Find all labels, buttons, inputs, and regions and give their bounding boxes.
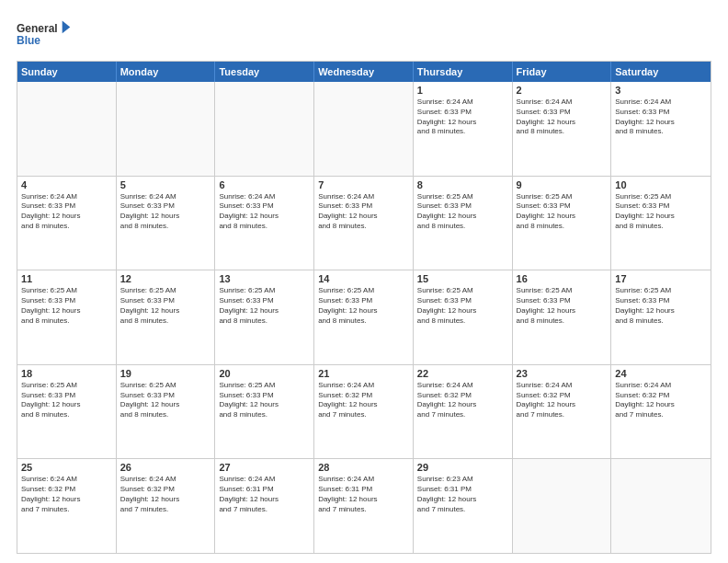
calendar-empty-cell bbox=[215, 82, 314, 176]
calendar-week-5: 25Sunrise: 6:24 AM Sunset: 6:32 PM Dayli… bbox=[17, 459, 711, 553]
calendar-day-7: 7Sunrise: 6:24 AM Sunset: 6:33 PM Daylig… bbox=[314, 177, 414, 270]
calendar-day-25: 25Sunrise: 6:24 AM Sunset: 6:32 PM Dayli… bbox=[17, 459, 117, 553]
day-number: 7 bbox=[318, 179, 409, 190]
day-number: 9 bbox=[517, 179, 608, 190]
calendar-day-4: 4Sunrise: 6:24 AM Sunset: 6:33 PM Daylig… bbox=[17, 177, 117, 270]
day-number: 4 bbox=[21, 179, 112, 190]
svg-text:Blue: Blue bbox=[17, 34, 40, 47]
calendar-day-29: 29Sunrise: 6:23 AM Sunset: 6:31 PM Dayli… bbox=[414, 459, 513, 553]
day-number: 19 bbox=[120, 368, 211, 379]
day-number: 14 bbox=[318, 273, 409, 284]
day-info: Sunrise: 6:24 AM Sunset: 6:33 PM Dayligh… bbox=[417, 98, 508, 137]
day-number: 12 bbox=[120, 273, 211, 284]
day-info: Sunrise: 6:25 AM Sunset: 6:33 PM Dayligh… bbox=[219, 381, 310, 420]
day-info: Sunrise: 6:24 AM Sunset: 6:33 PM Dayligh… bbox=[517, 98, 608, 137]
calendar: SundayMondayTuesdayWednesdayThursdayFrid… bbox=[17, 61, 711, 554]
logo-svg: General Blue bbox=[17, 17, 72, 53]
day-info: Sunrise: 6:25 AM Sunset: 6:33 PM Dayligh… bbox=[318, 286, 409, 326]
day-info: Sunrise: 6:24 AM Sunset: 6:31 PM Dayligh… bbox=[318, 475, 409, 514]
calendar-day-26: 26Sunrise: 6:24 AM Sunset: 6:32 PM Dayli… bbox=[117, 459, 216, 553]
day-info: Sunrise: 6:25 AM Sunset: 6:33 PM Dayligh… bbox=[21, 381, 112, 420]
calendar-day-5: 5Sunrise: 6:24 AM Sunset: 6:33 PM Daylig… bbox=[117, 177, 216, 270]
day-header-saturday: Saturday bbox=[611, 62, 711, 82]
calendar-week-4: 18Sunrise: 6:25 AM Sunset: 6:33 PM Dayli… bbox=[17, 365, 711, 460]
calendar-day-13: 13Sunrise: 6:25 AM Sunset: 6:33 PM Dayli… bbox=[215, 270, 314, 364]
calendar-day-23: 23Sunrise: 6:24 AM Sunset: 6:32 PM Dayli… bbox=[513, 365, 612, 459]
day-number: 16 bbox=[517, 273, 608, 284]
day-number: 3 bbox=[615, 85, 707, 96]
page-header: General Blue bbox=[17, 17, 711, 53]
calendar-empty-cell bbox=[117, 82, 216, 176]
day-number: 1 bbox=[417, 85, 508, 96]
calendar-day-28: 28Sunrise: 6:24 AM Sunset: 6:31 PM Dayli… bbox=[314, 459, 414, 553]
svg-text:General: General bbox=[17, 22, 58, 35]
day-info: Sunrise: 6:24 AM Sunset: 6:31 PM Dayligh… bbox=[219, 475, 310, 514]
calendar-day-2: 2Sunrise: 6:24 AM Sunset: 6:33 PM Daylig… bbox=[513, 82, 612, 176]
day-info: Sunrise: 6:24 AM Sunset: 6:32 PM Dayligh… bbox=[417, 381, 508, 420]
day-number: 27 bbox=[219, 462, 310, 473]
day-header-tuesday: Tuesday bbox=[215, 62, 314, 82]
day-info: Sunrise: 6:24 AM Sunset: 6:33 PM Dayligh… bbox=[120, 192, 211, 232]
calendar-empty-cell bbox=[17, 82, 117, 176]
calendar-day-8: 8Sunrise: 6:25 AM Sunset: 6:33 PM Daylig… bbox=[414, 177, 513, 270]
day-number: 17 bbox=[615, 273, 707, 284]
day-info: Sunrise: 6:24 AM Sunset: 6:32 PM Dayligh… bbox=[318, 381, 409, 420]
calendar-week-3: 11Sunrise: 6:25 AM Sunset: 6:33 PM Dayli… bbox=[17, 270, 711, 365]
calendar-header: SundayMondayTuesdayWednesdayThursdayFrid… bbox=[17, 62, 711, 82]
day-number: 6 bbox=[219, 179, 310, 190]
day-info: Sunrise: 6:24 AM Sunset: 6:33 PM Dayligh… bbox=[21, 192, 112, 232]
day-header-thursday: Thursday bbox=[414, 62, 513, 82]
day-info: Sunrise: 6:24 AM Sunset: 6:32 PM Dayligh… bbox=[120, 475, 211, 514]
day-info: Sunrise: 6:25 AM Sunset: 6:33 PM Dayligh… bbox=[219, 286, 310, 326]
calendar-empty-cell bbox=[611, 459, 711, 553]
day-info: Sunrise: 6:25 AM Sunset: 6:33 PM Dayligh… bbox=[517, 286, 608, 326]
calendar-empty-cell bbox=[513, 459, 612, 553]
day-number: 21 bbox=[318, 368, 409, 379]
day-number: 10 bbox=[615, 179, 707, 190]
day-number: 26 bbox=[120, 462, 211, 473]
day-number: 24 bbox=[615, 368, 707, 379]
day-info: Sunrise: 6:25 AM Sunset: 6:33 PM Dayligh… bbox=[517, 192, 608, 232]
day-info: Sunrise: 6:23 AM Sunset: 6:31 PM Dayligh… bbox=[417, 475, 508, 514]
day-number: 5 bbox=[120, 179, 211, 190]
day-info: Sunrise: 6:24 AM Sunset: 6:33 PM Dayligh… bbox=[318, 192, 409, 232]
day-number: 18 bbox=[21, 368, 112, 379]
calendar-day-20: 20Sunrise: 6:25 AM Sunset: 6:33 PM Dayli… bbox=[215, 365, 314, 459]
day-number: 28 bbox=[318, 462, 409, 473]
calendar-day-22: 22Sunrise: 6:24 AM Sunset: 6:32 PM Dayli… bbox=[414, 365, 513, 459]
day-info: Sunrise: 6:24 AM Sunset: 6:32 PM Dayligh… bbox=[517, 381, 608, 420]
svg-marker-1 bbox=[63, 21, 71, 34]
day-info: Sunrise: 6:24 AM Sunset: 6:33 PM Dayligh… bbox=[615, 98, 707, 137]
day-info: Sunrise: 6:24 AM Sunset: 6:32 PM Dayligh… bbox=[21, 475, 112, 514]
calendar-day-17: 17Sunrise: 6:25 AM Sunset: 6:33 PM Dayli… bbox=[611, 270, 711, 364]
day-header-monday: Monday bbox=[117, 62, 216, 82]
calendar-day-18: 18Sunrise: 6:25 AM Sunset: 6:33 PM Dayli… bbox=[17, 365, 117, 459]
day-number: 22 bbox=[417, 368, 508, 379]
day-info: Sunrise: 6:25 AM Sunset: 6:33 PM Dayligh… bbox=[21, 286, 112, 326]
day-info: Sunrise: 6:25 AM Sunset: 6:33 PM Dayligh… bbox=[615, 286, 707, 326]
day-number: 23 bbox=[517, 368, 608, 379]
day-header-friday: Friday bbox=[513, 62, 612, 82]
day-number: 2 bbox=[517, 85, 608, 96]
calendar-day-11: 11Sunrise: 6:25 AM Sunset: 6:33 PM Dayli… bbox=[17, 270, 117, 364]
day-number: 29 bbox=[417, 462, 508, 473]
calendar-day-12: 12Sunrise: 6:25 AM Sunset: 6:33 PM Dayli… bbox=[117, 270, 216, 364]
calendar-empty-cell bbox=[314, 82, 414, 176]
calendar-day-15: 15Sunrise: 6:25 AM Sunset: 6:33 PM Dayli… bbox=[414, 270, 513, 364]
calendar-day-3: 3Sunrise: 6:24 AM Sunset: 6:33 PM Daylig… bbox=[611, 82, 711, 176]
calendar-week-2: 4Sunrise: 6:24 AM Sunset: 6:33 PM Daylig… bbox=[17, 177, 711, 271]
day-number: 15 bbox=[417, 273, 508, 284]
day-info: Sunrise: 6:25 AM Sunset: 6:33 PM Dayligh… bbox=[417, 192, 508, 232]
calendar-day-24: 24Sunrise: 6:24 AM Sunset: 6:32 PM Dayli… bbox=[611, 365, 711, 459]
day-number: 20 bbox=[219, 368, 310, 379]
calendar-day-9: 9Sunrise: 6:25 AM Sunset: 6:33 PM Daylig… bbox=[513, 177, 612, 270]
day-info: Sunrise: 6:24 AM Sunset: 6:32 PM Dayligh… bbox=[615, 381, 707, 420]
day-info: Sunrise: 6:25 AM Sunset: 6:33 PM Dayligh… bbox=[417, 286, 508, 326]
day-info: Sunrise: 6:24 AM Sunset: 6:33 PM Dayligh… bbox=[219, 192, 310, 232]
calendar-body: 1Sunrise: 6:24 AM Sunset: 6:33 PM Daylig… bbox=[17, 82, 711, 553]
day-number: 8 bbox=[417, 179, 508, 190]
logo: General Blue bbox=[17, 17, 72, 53]
day-number: 13 bbox=[219, 273, 310, 284]
day-header-wednesday: Wednesday bbox=[314, 62, 414, 82]
calendar-day-14: 14Sunrise: 6:25 AM Sunset: 6:33 PM Dayli… bbox=[314, 270, 414, 364]
